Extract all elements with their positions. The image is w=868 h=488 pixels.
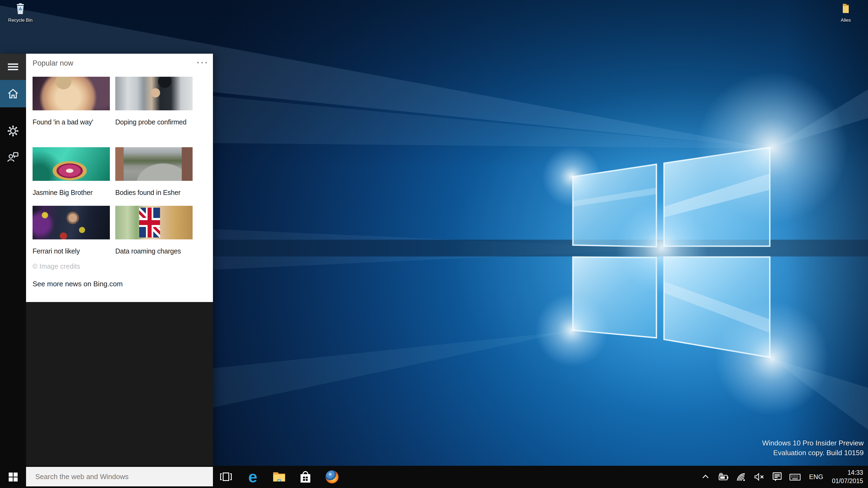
battery-charging-icon: [717, 471, 730, 482]
news-thumbnail[interactable]: [33, 77, 110, 110]
news-title[interactable]: Doping probe confirmed: [115, 117, 194, 127]
news-thumbnail[interactable]: [33, 147, 110, 181]
home-icon: [6, 87, 20, 100]
volume-button[interactable]: [754, 466, 765, 488]
action-center-button[interactable]: [772, 466, 782, 488]
search-input[interactable]: [26, 467, 213, 486]
gear-icon: [6, 124, 20, 137]
image-credits-link[interactable]: © Image credits: [33, 262, 80, 270]
taskbar: e: [0, 466, 868, 488]
file-explorer-icon: [272, 471, 286, 483]
popular-now-card: Popular now Found 'in a bad way' Doping …: [26, 54, 213, 302]
panel-lower-area: [26, 302, 213, 466]
sidebar-item-home[interactable]: [0, 80, 26, 107]
battery-status-button[interactable]: [718, 466, 729, 488]
news-thumbnail[interactable]: [115, 147, 193, 181]
edge-browser-button[interactable]: e: [243, 466, 263, 488]
news-thumbnail[interactable]: [115, 77, 193, 110]
watermark-line1: Windows 10 Pro Insider Preview: [762, 438, 864, 448]
system-tray: ENG 14:33 01/07/2015: [700, 466, 868, 488]
evaluation-watermark: Windows 10 Pro Insider Preview Evaluatio…: [762, 438, 864, 458]
more-options-icon[interactable]: [197, 62, 207, 63]
news-title[interactable]: Ferrari not likely: [33, 246, 111, 257]
action-center-icon: [771, 471, 783, 483]
firefox-icon: [326, 470, 339, 483]
see-more-news-link[interactable]: See more news on Bing.com: [33, 280, 123, 288]
alles-folder-desktop-icon[interactable]: Alles: [823, 3, 868, 23]
news-title[interactable]: Data roaming charges: [115, 246, 194, 257]
file-explorer-button[interactable]: [269, 466, 289, 488]
speaker-muted-icon: [753, 471, 765, 482]
person-feedback-icon: [6, 151, 20, 164]
chevron-up-icon: [701, 472, 710, 482]
hamburger-icon: [8, 62, 18, 72]
task-view-button[interactable]: [216, 466, 236, 488]
store-button[interactable]: [296, 466, 315, 488]
sidebar-item-feedback[interactable]: [0, 144, 26, 170]
news-item[interactable]: Ferrari not likely: [33, 206, 111, 257]
clock-date: 01/07/2015: [832, 477, 863, 485]
language-indicator[interactable]: ENG: [807, 473, 825, 481]
news-title[interactable]: Found 'in a bad way': [33, 117, 111, 127]
news-item[interactable]: Jasmine Big Brother: [33, 147, 111, 198]
network-status-button[interactable]: [736, 466, 747, 488]
news-item[interactable]: Found 'in a bad way': [33, 77, 111, 127]
folder-icon: [841, 3, 850, 14]
show-hidden-icons-button[interactable]: [700, 466, 711, 488]
news-item[interactable]: Doping probe confirmed: [115, 77, 194, 127]
desktop-icon-label: Alles: [823, 18, 868, 23]
news-thumbnail[interactable]: [33, 206, 110, 239]
popular-now-title: Popular now: [33, 59, 73, 67]
keyboard-icon: [789, 471, 801, 482]
news-title[interactable]: Jasmine Big Brother: [33, 187, 111, 198]
sidebar-item-settings[interactable]: [0, 118, 26, 144]
news-thumbnail[interactable]: [115, 206, 193, 239]
hamburger-menu-button[interactable]: [0, 54, 26, 80]
search-home-panel: Popular now Found 'in a bad way' Doping …: [0, 54, 213, 466]
store-icon: [299, 470, 312, 484]
news-title[interactable]: Bodies found in Esher: [115, 187, 194, 198]
news-item[interactable]: Data roaming charges: [115, 206, 194, 257]
watermark-line2: Evaluation copy. Build 10159: [762, 448, 864, 458]
desktop-icon-label: Recycle Bin: [0, 18, 43, 23]
start-button[interactable]: [0, 466, 26, 488]
touch-keyboard-button[interactable]: [789, 466, 801, 488]
edge-icon: e: [248, 469, 257, 485]
wifi-icon: [736, 471, 747, 482]
taskbar-search-box[interactable]: [26, 467, 213, 486]
taskbar-clock[interactable]: 14:33 01/07/2015: [832, 468, 864, 485]
firefox-button[interactable]: [322, 466, 342, 488]
recycle-bin-desktop-icon[interactable]: Recycle Bin: [0, 3, 43, 23]
clock-time: 14:33: [832, 468, 863, 477]
recycle-bin-icon: [15, 3, 26, 14]
task-view-icon: [219, 470, 233, 484]
panel-sidebar: [0, 54, 26, 466]
news-item[interactable]: Bodies found in Esher: [115, 147, 194, 198]
union-jack-graphic: [139, 208, 160, 237]
windows-start-icon: [9, 473, 18, 482]
